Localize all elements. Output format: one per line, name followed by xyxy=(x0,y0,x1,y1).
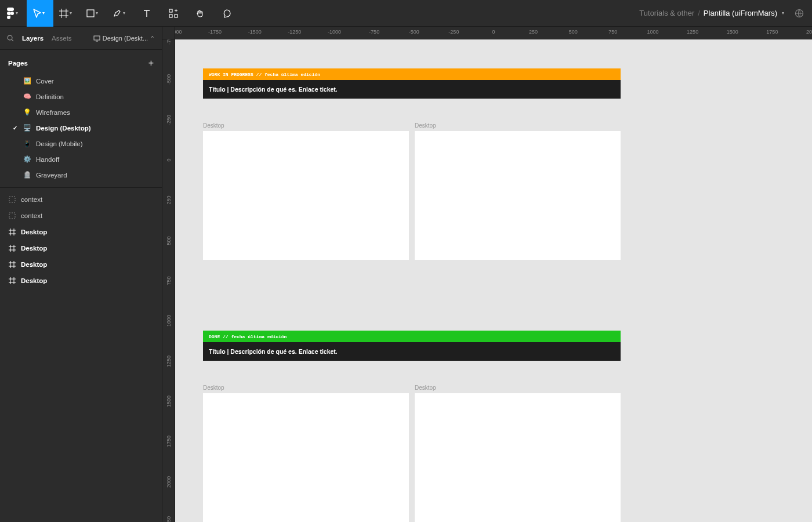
status-bar-done: DONE // fecha última edición xyxy=(203,331,621,342)
ruler-tick: -500 xyxy=(166,74,172,85)
page-item[interactable]: 🖼️Cover xyxy=(0,73,162,89)
search-icon[interactable] xyxy=(7,35,14,42)
layer-item[interactable]: context xyxy=(0,208,162,224)
chevron-down-icon[interactable]: ▾ xyxy=(782,10,784,16)
frame-tool-button[interactable]: ▾ xyxy=(53,0,80,27)
tab-assets[interactable]: Assets xyxy=(52,35,72,42)
ruler-tick: -1750 xyxy=(208,29,222,35)
page-label: Design (Mobile) xyxy=(36,140,83,147)
frame-label[interactable]: Desktop xyxy=(203,122,224,129)
ruler-tick: -750 xyxy=(369,29,379,35)
frame-icon xyxy=(8,244,16,252)
vertical-ruler: -750-500-2500250500750100012501500175020… xyxy=(162,39,175,522)
page-item[interactable]: 📱Design (Mobile) xyxy=(0,136,162,151)
ruler-tick: -1250 xyxy=(288,29,301,35)
ruler-tick: 1500 xyxy=(166,396,172,407)
layer-item[interactable]: Desktop xyxy=(0,256,162,273)
ruler-tick: 500 xyxy=(166,236,172,245)
figma-menu-button[interactable]: ▾ xyxy=(0,0,27,27)
page-emoji-icon: 🖥️ xyxy=(23,124,31,132)
svg-rect-7 xyxy=(169,14,172,17)
layer-item[interactable]: context xyxy=(0,191,162,208)
pages-header: Pages + xyxy=(0,55,162,73)
text-tool-button[interactable] xyxy=(133,0,160,27)
page-label: Wireframes xyxy=(36,109,70,116)
layer-label: Desktop xyxy=(21,229,47,235)
frame-icon xyxy=(59,9,68,18)
resources-icon xyxy=(169,9,178,18)
ruler-tick: 1750 xyxy=(166,436,172,447)
chevron-down-icon: ▾ xyxy=(123,10,125,16)
ruler-tick: 1500 xyxy=(727,29,738,35)
page-item[interactable]: 💡Wireframes xyxy=(0,104,162,120)
frame-label[interactable]: Desktop xyxy=(415,385,436,391)
ruler-tick: 0 xyxy=(492,29,495,35)
breadcrumb[interactable]: Tutorials & other / Plantilla (uiFromMar… xyxy=(639,9,784,17)
page-selector-dropdown[interactable]: Design (Deskt... ⌃ xyxy=(93,35,155,42)
ruler-tick: 2250 xyxy=(166,516,172,522)
section-icon xyxy=(8,195,16,204)
page-label: Cover xyxy=(36,78,54,85)
page-item[interactable]: ✓🖥️Design (Desktop) xyxy=(0,120,162,136)
page-emoji-icon: 🧠 xyxy=(23,93,31,100)
frame-desktop[interactable] xyxy=(203,393,409,522)
ruler-tick: 750 xyxy=(608,29,617,35)
hand-tool-button[interactable] xyxy=(187,0,213,27)
chevron-down-icon: ▾ xyxy=(96,10,98,16)
frame-icon xyxy=(8,260,16,269)
check-icon: ✓ xyxy=(12,125,19,131)
layer-item[interactable]: Desktop xyxy=(0,240,162,256)
add-page-button[interactable]: + xyxy=(148,58,154,68)
svg-rect-14 xyxy=(9,197,15,202)
layer-label: Desktop xyxy=(21,245,47,252)
resources-tool-button[interactable] xyxy=(160,0,187,27)
toolbar-left: ▾ ▾ ▾ ▾ ▾ xyxy=(0,0,240,26)
pen-tool-button[interactable]: ▾ xyxy=(107,0,133,27)
frame-label[interactable]: Desktop xyxy=(415,122,436,129)
desktop-icon xyxy=(93,35,100,42)
breadcrumb-project[interactable]: Tutorials & other xyxy=(639,9,694,17)
svg-point-10 xyxy=(8,35,12,40)
chevron-up-icon: ⌃ xyxy=(150,35,155,41)
tab-layers[interactable]: Layers xyxy=(22,35,44,42)
chevron-down-icon: ▾ xyxy=(70,10,72,16)
page-label: Definition xyxy=(36,93,64,100)
layer-label: Desktop xyxy=(21,277,47,284)
ruler-tick: 1750 xyxy=(766,29,778,35)
multiplayer-icon[interactable] xyxy=(795,9,804,18)
context-section-done[interactable]: DONE // fecha última edición Título | De… xyxy=(203,331,621,361)
top-toolbar: ▾ ▾ ▾ ▾ ▾ xyxy=(0,0,812,27)
frame-desktop[interactable] xyxy=(203,131,409,260)
layers-list: contextcontextDesktopDesktopDesktopDeskt… xyxy=(0,188,162,522)
layer-item[interactable]: Desktop xyxy=(0,273,162,289)
pages-section: Pages + 🖼️Cover🧠Definition💡Wireframes✓🖥️… xyxy=(0,50,162,188)
comment-icon xyxy=(222,9,231,18)
ruler-tick: -250 xyxy=(448,29,459,35)
page-item[interactable]: 🧠Definition xyxy=(0,89,162,104)
layer-item[interactable]: Desktop xyxy=(0,224,162,240)
breadcrumb-file[interactable]: Plantilla (uiFromMars) xyxy=(704,9,777,17)
frame-desktop[interactable] xyxy=(415,131,621,260)
frame-label[interactable]: Desktop xyxy=(203,385,224,391)
rectangle-icon xyxy=(86,9,95,17)
ruler-tick: 500 xyxy=(569,29,578,35)
page-label: Graveyard xyxy=(36,172,67,179)
hand-icon xyxy=(195,9,205,18)
ruler-tick: 2000 xyxy=(166,476,172,488)
status-bar-wip: WORK IN PROGRESS // fecha última edición xyxy=(203,68,621,80)
layer-label: context xyxy=(21,196,42,203)
frame-icon xyxy=(8,277,16,285)
svg-rect-12 xyxy=(94,36,100,40)
shape-tool-button[interactable]: ▾ xyxy=(80,0,107,27)
comment-tool-button[interactable] xyxy=(213,0,240,27)
canvas[interactable]: WORK IN PROGRESS // fecha última edición… xyxy=(175,39,812,522)
move-tool-button[interactable]: ▾ xyxy=(27,0,53,27)
page-item[interactable]: 🪦Graveyard xyxy=(0,167,162,183)
ruler-tick: 2000 xyxy=(806,29,812,35)
canvas-viewport[interactable]: -2000-1750-1500-1250-1000-750-500-250025… xyxy=(162,27,812,522)
page-item[interactable]: ⚙️Handoff xyxy=(0,151,162,167)
title-bar-done: Título | Descripción de qué es. Enlace t… xyxy=(203,342,621,361)
context-section-wip[interactable]: WORK IN PROGRESS // fecha última edición… xyxy=(203,68,621,99)
frame-desktop[interactable] xyxy=(415,393,621,522)
section-icon xyxy=(8,212,16,220)
